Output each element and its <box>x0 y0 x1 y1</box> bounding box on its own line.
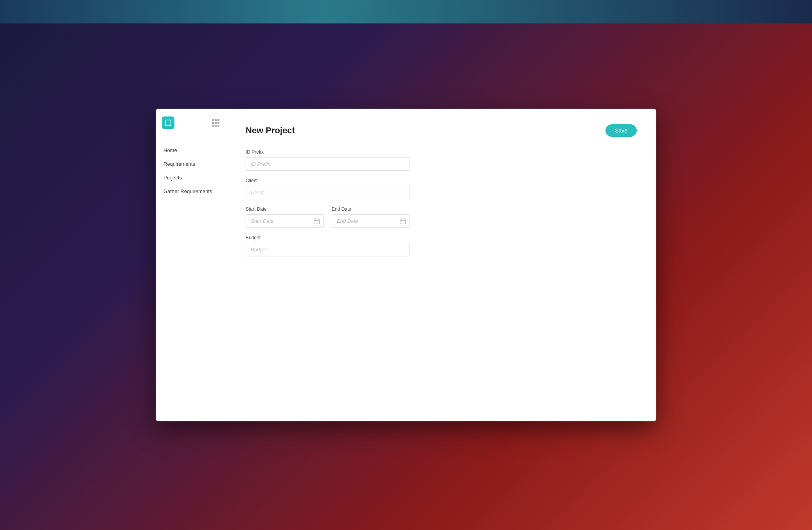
sidebar-item-requirements[interactable]: Requirements <box>156 157 226 171</box>
id-prefix-group: ID Prefix <box>246 149 410 171</box>
sidebar-header <box>156 109 226 137</box>
id-prefix-label: ID Prefix <box>246 149 410 155</box>
calendar-icon <box>400 218 406 224</box>
page-title: New Project <box>246 125 295 136</box>
budget-input[interactable] <box>246 243 410 256</box>
end-date-wrapper <box>332 214 410 228</box>
new-project-form: ID Prefix Client Start Date <box>246 149 410 256</box>
sidebar-item-gather-requirements[interactable]: Gather Requirements <box>156 184 226 198</box>
grid-dot <box>215 119 217 121</box>
main-content: New Project Save ID Prefix Client Start … <box>226 109 656 421</box>
id-prefix-input[interactable] <box>246 157 410 171</box>
nav-menu: Home Requirements Projects Gather Requir… <box>156 137 226 204</box>
sidebar-item-projects[interactable]: Projects <box>156 171 226 184</box>
end-date-calendar-button[interactable] <box>399 217 407 225</box>
client-group: Client <box>246 178 410 199</box>
grid-dot <box>217 119 219 121</box>
start-date-calendar-button[interactable] <box>313 217 321 225</box>
page-header: New Project Save <box>246 124 637 137</box>
start-date-label: Start Date <box>246 206 324 212</box>
svg-rect-0 <box>314 219 320 224</box>
budget-label: Budget <box>246 235 410 240</box>
logo <box>162 116 174 129</box>
svg-rect-4 <box>400 219 406 224</box>
grid-dot <box>217 122 219 124</box>
calendar-icon <box>314 218 320 224</box>
grid-icon[interactable] <box>212 119 219 127</box>
end-date-input[interactable] <box>332 214 410 228</box>
end-date-group: End Date <box>332 206 410 228</box>
sidebar: Home Requirements Projects Gather Requir… <box>156 109 226 421</box>
grid-dot <box>212 122 214 124</box>
logo-icon <box>165 120 171 126</box>
date-row: Start Date En <box>246 206 410 228</box>
app-window: Home Requirements Projects Gather Requir… <box>156 109 656 421</box>
grid-dot <box>215 125 217 127</box>
start-date-input[interactable] <box>246 214 324 228</box>
sidebar-item-home[interactable]: Home <box>156 143 226 157</box>
end-date-label: End Date <box>332 206 410 212</box>
grid-dot <box>212 119 214 121</box>
start-date-group: Start Date <box>246 206 324 228</box>
grid-dot <box>212 125 214 127</box>
client-label: Client <box>246 178 410 183</box>
start-date-wrapper <box>246 214 324 228</box>
grid-dot <box>217 125 219 127</box>
grid-dot <box>215 122 217 124</box>
save-button[interactable]: Save <box>605 124 637 137</box>
client-input[interactable] <box>246 186 410 199</box>
budget-group: Budget <box>246 235 410 256</box>
